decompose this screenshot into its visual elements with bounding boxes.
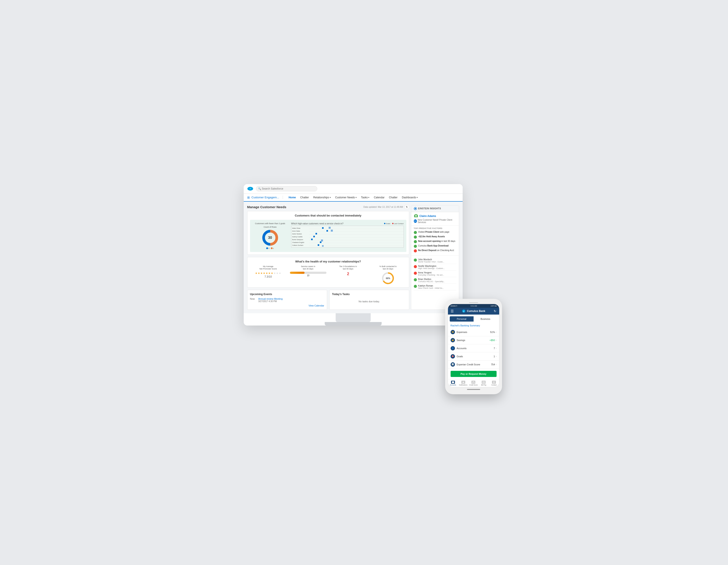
person-katelyn: Katelyn Roman New Check Card - Initial t…: [414, 284, 456, 290]
escalation-value: 2: [330, 272, 367, 276]
page-title: Manage Customer Needs: [247, 205, 286, 209]
business-toggle[interactable]: Business: [474, 316, 497, 322]
einstein-person-sub: 92 New Customer Need! Private Client Ser…: [414, 219, 456, 224]
donut-chart: Customers with fewer than 2 goals Count …: [253, 222, 288, 249]
notifications-nav-icon: [461, 381, 465, 384]
factor-2: >$2.0m Held Away Assets: [414, 235, 456, 239]
nav-contact[interactable]: Contact: [489, 381, 499, 386]
events-section: Upcoming Events Now Annual review Meetin…: [247, 290, 327, 310]
nav-notifications[interactable]: Notifications: [458, 381, 468, 386]
goals-label: Goals: [457, 355, 494, 358]
svg-point-37: [494, 381, 495, 382]
nav-tasks[interactable]: Tasks ▾: [359, 194, 372, 202]
factor-3: New account opening in last 30 days: [414, 240, 456, 243]
refresh-icon[interactable]: ↻: [494, 309, 496, 313]
arrow-icon3: ›: [496, 347, 497, 349]
expenses-label: Expenses: [457, 331, 490, 333]
arrow-icon4: ›: [496, 355, 497, 357]
arrow-icon2: ›: [496, 339, 497, 341]
einstein-title: EINSTEIN INSIGHTS: [418, 207, 441, 210]
phone-bottom-nav: Accounts Notifications Credit Score: [448, 379, 499, 387]
top-bar: sf 🔍: [244, 184, 463, 194]
person-icon-anna: [414, 272, 417, 275]
person-icon-brian: [414, 278, 417, 281]
event-row: Now Annual review Meeting 3/27/2017 4:30…: [250, 297, 324, 303]
svg-rect-19: [318, 244, 319, 246]
metric-bob: % BoB contacted inlast 30 days 66%: [370, 265, 406, 285]
stars-row: ★ ★ ★ ★ ★ ★ ★ ★ ★ ★: [250, 272, 287, 275]
nav-calendar[interactable]: Calendar: [372, 194, 387, 202]
savings-label: Savings: [457, 339, 490, 341]
monitor-stand: [336, 313, 371, 322]
hamburger-icon[interactable]: ☰: [451, 309, 454, 313]
nav-bill-pay[interactable]: Bill Pay: [479, 381, 489, 386]
metric-cases-label: Service cases inlast 30 days: [290, 265, 326, 270]
metric-esc-label: Tier 3 Escalations inlast 90 days: [330, 265, 367, 270]
nav-credit-score[interactable]: Credit Score: [468, 381, 479, 386]
nav-chatter2[interactable]: Chatter: [387, 194, 400, 202]
event-date: 3/27/2017 4:30 PM: [258, 300, 283, 303]
einstein-person-name[interactable]: Claire Adams: [420, 215, 436, 218]
star-9: ★: [276, 272, 279, 275]
metric-nps-label: My AverageNet Promoter Score: [250, 265, 287, 270]
star-8: ★: [273, 272, 276, 275]
charts-row: Customers with fewer than 2 goals Count …: [250, 220, 406, 252]
person-icon-katelyn: [414, 285, 417, 288]
metric-nps: My AverageNet Promoter Score ★ ★ ★ ★ ★ ★: [250, 265, 287, 278]
pay-button[interactable]: Pay or Request Money: [451, 371, 497, 377]
credit-label: Experian Credit Score: [457, 363, 491, 366]
contact-nav-icon: [492, 381, 496, 384]
billpay-nav-icon: [482, 381, 486, 384]
nav-accounts[interactable]: Accounts: [448, 381, 458, 386]
search-input[interactable]: [256, 186, 317, 191]
person-john: John Murdoch World Traveler VISA - Custo…: [414, 257, 456, 264]
factor-icon-red: [414, 249, 417, 252]
personal-toggle[interactable]: Personal: [450, 316, 474, 322]
nav-home[interactable]: Home: [286, 194, 298, 202]
banking-row-goals[interactable]: 🎯 Goals 1 ›: [448, 352, 499, 361]
accounts-icon: 👤: [451, 346, 455, 350]
scatter-area: Aidan Shaw Anne Salas Asher Newton Aubre…: [291, 226, 404, 248]
nav-customer-needs[interactable]: Customer Needs ▾: [333, 194, 359, 202]
search-wrap: 🔍: [256, 186, 326, 191]
svg-point-30: [415, 217, 417, 218]
person-anna: Anna Yevgeni Everyday Checking - No act.…: [414, 271, 456, 277]
nav-dashboards[interactable]: Dashboards ▾: [400, 194, 420, 202]
home-bar: [467, 389, 480, 390]
predictive-title: TOP PREDICTIVE FACTORS: [414, 227, 456, 229]
accounts-value: 7: [494, 347, 495, 350]
banking-row-savings[interactable]: 💰 Savings +$50 ›: [448, 336, 499, 344]
svg-rect-14: [326, 230, 328, 232]
refresh-button[interactable]: ↻: [404, 205, 409, 209]
chevron-down-icon: ▾: [368, 196, 369, 199]
banking-row-accounts[interactable]: 👤 Accounts 7 ›: [448, 344, 499, 352]
svg-rect-18: [320, 241, 321, 243]
svg-point-27: [415, 208, 416, 209]
savings-value: +$50: [490, 339, 495, 341]
main-panel: Manage Customer Needs Data updated: Mar …: [247, 205, 409, 310]
rating-value: 7.3/10: [250, 275, 287, 278]
star-2: ★: [258, 272, 260, 275]
chart1-section: Customers that should be contacted immed…: [247, 211, 409, 255]
nav-chatter[interactable]: Chatter: [298, 194, 311, 202]
phone-status-bar: ●●●●● ▾ 9:41 AM 100% ■: [448, 304, 499, 308]
banking-row-expenses[interactable]: 💳 Expenses 51% ›: [448, 328, 499, 336]
nav-relationships[interactable]: Relationships ▾: [311, 194, 333, 202]
bank-title: C Cumulus Bank: [462, 309, 485, 313]
svg-rect-20: [329, 227, 331, 229]
einstein-badge: 92: [414, 219, 417, 223]
account-toggle: Personal Business: [450, 316, 497, 322]
view-calendar-link[interactable]: View Calendar: [250, 304, 324, 307]
person-noelle: Noelle Washington High Yield Savings - C…: [414, 264, 456, 271]
credit-nav-icon: [471, 381, 475, 384]
event-name[interactable]: Annual review Meeting: [258, 297, 283, 300]
grid-icon: ⊞: [247, 196, 250, 199]
page-header: Manage Customer Needs Data updated: Mar …: [247, 205, 409, 209]
phone-screen: ●●●●● ▾ 9:41 AM 100% ■ ☰ C Cumulus Bank …: [448, 304, 499, 387]
factor-icon-green: [414, 231, 417, 234]
svg-rect-33: [452, 381, 454, 383]
phone-home-indicator: [448, 387, 499, 392]
signal-status: ●●●●● ▾: [451, 305, 457, 307]
banking-row-credit[interactable]: 📊 Experian Credit Score 754 ›: [448, 361, 499, 369]
person-list: John Murdoch World Traveler VISA - Custo…: [411, 255, 459, 292]
